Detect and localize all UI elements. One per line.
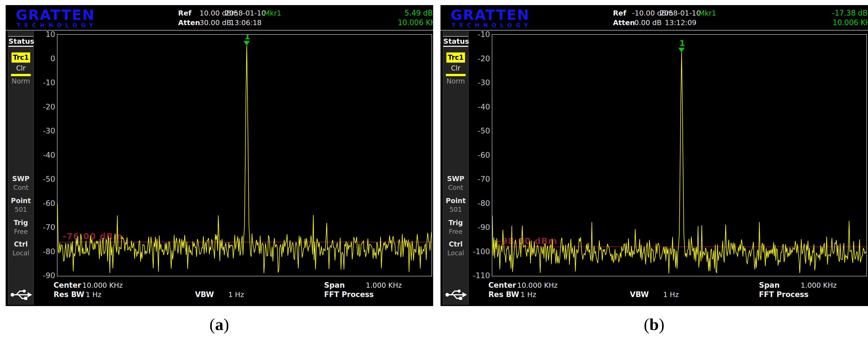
ref-label: Ref <box>178 9 191 17</box>
atten-value: 30.00 dB <box>199 19 231 27</box>
gratten-logo: GRATTEN <box>16 7 95 23</box>
date-display: 2058-01-10 <box>225 9 266 17</box>
figure-caption-b: (b) <box>626 315 682 334</box>
y-tick-label: -90 <box>440 223 490 232</box>
res-bw-value: 1 Hz <box>521 290 536 299</box>
y-tick-label: -80 <box>6 247 55 256</box>
fft-process-label: FFT Process <box>324 290 374 299</box>
time-display: 13:06:18 <box>230 19 261 27</box>
time-display: 13:12:09 <box>665 19 696 27</box>
spectrum-trace <box>58 35 431 276</box>
marker-amplitude-readout: 5.49 dBm <box>404 9 433 17</box>
ref-label: Ref <box>613 9 626 17</box>
y-tick-label: -90 <box>6 271 55 280</box>
y-tick-label: -30 <box>6 127 55 135</box>
y-tick-label: -60 <box>440 151 490 160</box>
y-axis-labels: -10-20-30-40-50-60-70-80-90-100-110 <box>440 34 490 276</box>
span-value: 1.000 KHz <box>801 281 837 289</box>
center-freq-value: 10.000 KHz <box>517 281 558 289</box>
marker-amplitude-readout: -17.38 dBm <box>832 9 868 17</box>
y-tick-label: 0 <box>6 54 55 63</box>
marker-triangle-icon <box>244 41 250 46</box>
atten-value: 0.00 dB <box>634 19 662 27</box>
y-axis-labels: 100-10-20-30-40-50-60-70-80-90 <box>6 34 55 276</box>
y-tick-label: -10 <box>6 79 55 87</box>
y-tick-label: -10 <box>440 30 490 39</box>
center-freq-label: Center <box>54 281 81 289</box>
marker-number: 1 <box>679 39 685 48</box>
marker-frequency-readout: 10.006 KHz <box>833 18 868 27</box>
y-tick-label: -70 <box>440 175 490 183</box>
y-tick-label: 10 <box>6 30 55 39</box>
y-tick-label: -30 <box>440 79 490 87</box>
vbw-value: 1 Hz <box>228 290 244 299</box>
fft-process-label: FFT Process <box>759 290 809 299</box>
vbw-label: VBW <box>630 290 649 299</box>
center-freq-label: Center <box>488 281 516 289</box>
spectrum-analyzer-screen-b: GRATTEN TECHNOLOGY Ref -10.00 dBm Atten … <box>440 5 868 306</box>
y-tick-label: -50 <box>6 175 55 183</box>
y-tick-label: -40 <box>440 103 490 111</box>
vbw-label: VBW <box>195 290 214 299</box>
header-divider <box>440 30 868 31</box>
date-display: 2058-01-10 <box>660 9 701 17</box>
y-tick-label: -110 <box>440 271 490 280</box>
span-value: 1.000 KHz <box>366 281 402 289</box>
spectrum-analyzer-screen-a: GRATTEN TECHNOLOGY Ref 10.00 dBm Atten 3… <box>6 5 433 306</box>
y-tick-label: -100 <box>440 247 490 256</box>
marker-triangle-icon <box>678 48 685 53</box>
trace-display-area: -98.00 dBm 1 <box>492 34 867 277</box>
y-tick-label: -60 <box>6 199 55 208</box>
vbw-value: 1 Hz <box>663 290 679 299</box>
gratten-logo-subtitle: TECHNOLOGY <box>452 22 532 28</box>
res-bw-label: Res BW <box>488 290 519 299</box>
y-tick-label: -70 <box>6 223 55 232</box>
marker-number: 1 <box>244 34 250 40</box>
span-label: Span <box>759 281 779 289</box>
usb-icon <box>445 288 468 301</box>
figure-caption-a: (a) <box>191 315 247 334</box>
trace-display-area: -76.00 dBm 1 <box>57 34 432 277</box>
marker-name: Mkr1 <box>699 9 716 17</box>
marker-frequency-readout: 10.006 KHz <box>398 18 433 27</box>
y-tick-label: -50 <box>440 127 490 135</box>
marker-name: Mkr1 <box>264 9 281 17</box>
center-freq-value: 10.000 KHz <box>82 281 123 289</box>
y-tick-label: -80 <box>440 199 490 208</box>
usb-icon <box>10 288 33 301</box>
gratten-logo-subtitle: TECHNOLOGY <box>17 22 97 28</box>
res-bw-value: 1 Hz <box>86 290 101 299</box>
atten-label: Atten <box>613 19 635 27</box>
y-tick-label: -40 <box>6 151 55 160</box>
span-label: Span <box>324 281 345 289</box>
header-divider <box>6 30 433 31</box>
y-tick-label: -20 <box>440 54 490 63</box>
gratten-logo: GRATTEN <box>451 7 530 23</box>
atten-label: Atten <box>178 19 200 27</box>
y-tick-label: -20 <box>6 103 55 111</box>
spectrum-trace <box>492 35 866 276</box>
res-bw-label: Res BW <box>54 290 84 299</box>
